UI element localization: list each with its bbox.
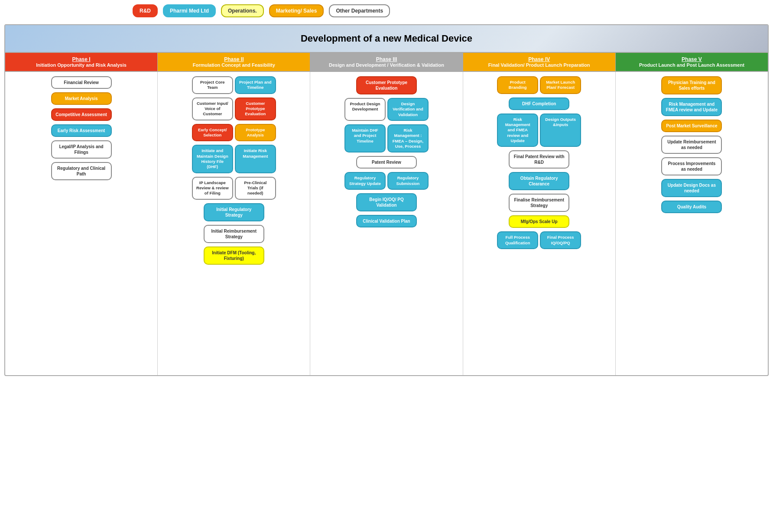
task-box: Process Improvements as needed [661,157,722,175]
row-pair: Regulatory Strategy UpdateRegulatory Sub… [313,172,460,190]
task-box: Legal/IP Analysis and Filings [51,140,112,159]
phases-body: Financial ReviewMarket AnalysisCompetiti… [5,72,768,375]
row-pair: Product BrandingMarket Launch Plan/ Fore… [466,76,613,94]
task-box: Financial Review [51,76,112,89]
task-box: Update Design Docs as needed [661,179,722,197]
row-pair: Product Design DevelopmentDesign Verific… [313,98,460,121]
task-box: Clinical Validation Plan [356,215,417,227]
task-box: Design Verification and Validation [387,98,429,121]
task-box: Initiate Risk Management [235,145,276,173]
task-box: Begin IQ/OQ/ PQ Validation [356,193,417,211]
phase-col-5: Physician Training and Sales effortsRisk… [616,72,768,375]
task-box: Full Process Qualification [497,231,538,249]
task-box: Final Process IQ/OQ/PQ [540,231,581,249]
task-box: Customer Prototype Evaluation [356,76,417,94]
task-box: Initiate DFM (Tooling, Fixturing) [204,247,264,265]
task-box: Patent Review [356,156,417,169]
task-box: Regulatory Submission [387,172,429,190]
row-pair: Risk Management and FMEA review and Upda… [466,114,613,147]
phase-header-5: Phase VProduct Launch and Post Launch As… [616,53,768,71]
task-box: Final Patent Review with R&D [509,150,569,169]
row-pair: Maintain DHF and Project TimelineRisk Ma… [313,124,460,152]
row-pair: Initiate and Maintain Design History Fil… [160,145,307,173]
main-container: Development of a new Medical DevicePhase… [4,24,769,376]
task-box: Finalise Reimbursement Strategy [509,194,569,212]
phase-col-4: Product BrandingMarket Launch Plan/ Fore… [463,72,616,375]
phase-header-2: Phase IIFormulation Concept and Feasibil… [158,53,310,71]
task-box: Post Market Surveillance [661,120,722,132]
phases-header: Phase IInitiation Opportunity and Risk A… [5,53,768,72]
task-box: Regulatory Strategy Update [344,172,386,190]
phase-col-2: Project Core TeamProject Plan and Timeli… [158,72,310,375]
row-pair: Full Process QualificationFinal Process … [466,231,613,249]
task-box: Risk Management : FMEA – Design, Use, Pr… [387,124,429,152]
task-box: DHF Completion [509,97,569,110]
legend-item-rd: R&D [133,4,158,17]
legend-item-other: Other Departments [329,4,390,17]
phase-col-3: Customer Prototype EvaluationProduct Des… [310,72,463,375]
phase-header-4: Phase IVFinal Validation/ Product Launch… [463,53,616,71]
task-box: IP Landscape Review & review of Filing [192,177,233,200]
task-box: Mfg/Ops Scale Up [509,215,569,228]
task-box: Early Risk Assessment [51,124,112,137]
task-box: Design Outputs &Inputs [540,114,581,147]
task-box: Physician Training and Sales efforts [661,76,722,94]
task-box: Risk Management and FMEA review and Upda… [661,98,722,116]
task-box: Project Plan and Timeline [235,76,276,94]
task-box: Update Reimbursement as needed [661,136,722,154]
task-box: Pre-Clinical Trials (if needed) [235,177,276,200]
task-box: Competitive Assessment [51,108,112,121]
task-box: Prototype Analysis [235,124,276,142]
task-box: Customer Input/ Voice of Customer [192,97,233,120]
task-box: Early Concept/ Selection [192,124,233,142]
task-box: Maintain DHF and Project Timeline [344,124,386,152]
task-box: Initial Reimbursement Strategy [204,225,264,243]
legend-item-ops: Operations. [221,4,264,17]
row-pair: Project Core TeamProject Plan and Timeli… [160,76,307,94]
phase-header-3: Phase IIIDesign and Development / Verifi… [310,53,463,71]
task-box: Obtain Regulatory Clearance [509,172,569,190]
legend-item-pharmi: Pharmi Med Ltd [163,4,216,17]
task-box: Quality Audits [661,201,722,213]
task-box: Customer Prototype Evaluation [235,97,276,120]
row-pair: Early Concept/ SelectionPrototype Analys… [160,124,307,142]
phase-col-1: Financial ReviewMarket AnalysisCompetiti… [5,72,158,375]
task-box: Product Design Development [344,98,386,121]
task-box: Market Analysis [51,92,112,105]
legend-item-mkt: Marketing/ Sales [269,4,324,17]
phase-header-1: Phase IInitiation Opportunity and Risk A… [5,53,158,71]
main-title: Development of a new Medical Device [5,25,768,53]
task-box: Market Launch Plan/ Forecast [540,76,581,94]
task-box: Initial Regulatory Strategy [204,203,264,221]
legend-area: R&DPharmi Med LtdOperations.Marketing/ S… [4,4,769,17]
task-box: Project Core Team [192,76,233,94]
task-box: Product Branding [497,76,538,94]
task-box: Regulatory and Clinical Path [51,162,112,180]
row-pair: IP Landscape Review & review of FilingPr… [160,177,307,200]
task-box: Risk Management and FMEA review and Upda… [497,114,538,147]
row-pair: Customer Input/ Voice of CustomerCustome… [160,97,307,120]
task-box: Initiate and Maintain Design History Fil… [192,145,233,173]
